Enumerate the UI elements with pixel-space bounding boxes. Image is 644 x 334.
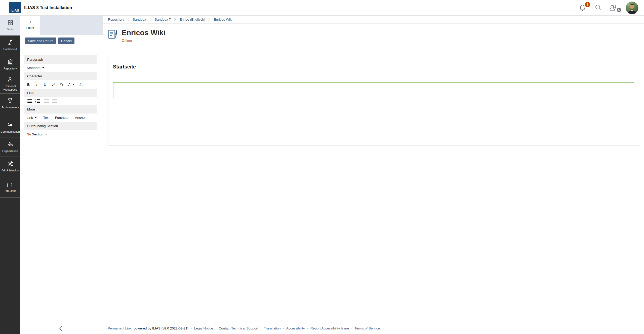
translation-link[interactable]: Translation <box>264 326 280 330</box>
chevron-right-icon <box>149 18 151 21</box>
sidebar-item-communication[interactable]: Communication <box>0 118 20 137</box>
rail-spacer <box>0 176 20 178</box>
search-button[interactable] <box>595 0 605 15</box>
editor-tab-row: Editor <box>20 15 103 35</box>
breadcrumb: Repository Sandbox Sandbox 7 Enrico (Eng… <box>103 15 644 24</box>
editor-actions: Save and Return Cancel <box>25 38 103 44</box>
sidebar-item-organisation[interactable]: Organisation <box>0 137 20 157</box>
sidebar-item-tools[interactable]: Tools <box>0 15 20 35</box>
people-icon <box>609 4 617 12</box>
person-icon <box>7 76 13 83</box>
wiki-icon <box>108 29 118 40</box>
link-dropdown[interactable]: Link <box>27 116 37 120</box>
superscript-button[interactable]: x2 <box>52 82 55 87</box>
top-bar: ILIAS ILIAS 8 Test Installation 2 6 <box>0 0 644 16</box>
awareness-button[interactable]: 6 <box>609 0 623 15</box>
anchor-button[interactable]: Anchor <box>75 116 86 120</box>
desk-lamp-icon <box>7 39 13 46</box>
sidebar-item-label: Communication <box>1 130 20 133</box>
outdent-button[interactable] <box>44 99 49 103</box>
italic-button[interactable]: I <box>35 83 38 87</box>
text-color-dropdown[interactable]: A <box>68 83 74 87</box>
chevron-right-icon <box>128 18 130 21</box>
report-accessibility-issue-link[interactable]: Report Accessibility Issue <box>310 326 349 330</box>
sidebar-item-label: Administration <box>2 169 19 172</box>
page-title-block: Enricos Wiki Offline <box>108 29 644 43</box>
paragraph-style-value: Standard <box>27 66 41 70</box>
svg-text:3: 3 <box>35 102 36 103</box>
chevron-right-icon <box>174 18 176 21</box>
tools-grid-icon <box>7 20 13 26</box>
chat-bubbles-icon <box>7 122 13 128</box>
breadcrumb-sandbox[interactable]: Sandbox <box>133 18 146 21</box>
brackets-icon: [ ] <box>7 183 13 187</box>
underline-button[interactable]: U <box>43 83 47 87</box>
bold-button[interactable]: B <box>27 83 30 87</box>
footer-separator: · <box>351 326 352 330</box>
cancel-button[interactable]: Cancel <box>58 38 74 44</box>
sidebar-item-dashboard[interactable]: Dashboard <box>0 35 20 55</box>
sidebar-item-label: Personal Workspace <box>1 85 20 91</box>
footer-separator: · <box>215 326 217 330</box>
editor-tool-sections: Paragraph Standard Character B I U x2 x2… <box>24 55 97 138</box>
accessibility-link[interactable]: Accessibility <box>286 326 305 330</box>
tab-editor[interactable]: Editor <box>20 15 40 35</box>
breadcrumb-repository[interactable]: Repository <box>108 18 124 21</box>
chevron-down-icon <box>45 134 47 135</box>
footer-separator: · <box>261 326 262 330</box>
trophy-icon <box>7 97 13 104</box>
remove-format-button[interactable]: Tx <box>79 82 83 87</box>
breadcrumb-sandbox-7[interactable]: Sandbox 7 <box>155 18 171 21</box>
sidebar-item-repository[interactable]: Repository <box>0 55 20 74</box>
wiki-page-panel: Startseite <box>107 56 640 145</box>
paragraph-style-dropdown[interactable]: Standard <box>27 66 44 70</box>
permanent-link[interactable]: Permanent Link <box>108 326 132 330</box>
powered-by-text: powered by ILIAS (v8.0 2023-03-31) <box>134 326 189 330</box>
terms-of-service-link[interactable]: Terms of Service <box>355 326 380 330</box>
sidebar-item-personal-workspace[interactable]: Personal Workspace <box>0 74 20 94</box>
wiki-page-heading: Startseite <box>113 64 640 70</box>
character-section-header: Character <box>24 72 97 80</box>
surrounding-section-header: Surrounding Section <box>24 122 97 130</box>
footnote-button[interactable]: Footnote <box>55 116 68 120</box>
breadcrumb-enricos-wiki[interactable]: Enricos Wiki <box>214 18 232 21</box>
sidebar-item-achievements[interactable]: Achievements <box>0 94 20 113</box>
notification-badge: 2 <box>585 2 590 7</box>
subscript-button[interactable]: x2 <box>60 82 63 87</box>
wrench-screwdriver-icon <box>7 161 13 167</box>
main-bar: Tools Dashboard Repository <box>0 15 20 334</box>
lists-section-header: Lists <box>24 89 97 97</box>
footer-separator: · <box>283 326 284 330</box>
breadcrumb-enrico-englisch[interactable]: Enrico (Englisch) <box>179 18 205 21</box>
status-offline: Offline <box>122 39 166 43</box>
sidebar-item-administration[interactable]: Administration <box>0 157 20 176</box>
chevron-right-icon <box>208 18 210 21</box>
user-avatar[interactable] <box>626 2 638 14</box>
legal-notice-link[interactable]: Legal Notice <box>194 326 213 330</box>
indent-button[interactable] <box>52 99 58 103</box>
notification-center-button[interactable]: 2 <box>579 0 591 15</box>
search-icon <box>595 4 602 11</box>
ilias-logo-text: ILIAS <box>11 9 19 12</box>
footer-separator: · <box>307 326 308 330</box>
numbered-list-button[interactable]: 123 <box>35 99 41 103</box>
ilias-logo[interactable]: ILIAS <box>9 2 21 13</box>
collapse-panel-button[interactable] <box>58 325 65 332</box>
bank-icon <box>7 59 13 65</box>
sidebar-item-label: Achievements <box>2 106 19 109</box>
surrounding-section-dropdown[interactable]: No Section <box>27 132 47 136</box>
chevron-down-icon <box>42 67 44 68</box>
avatar-photo <box>626 2 638 14</box>
bullet-list-button[interactable] <box>27 99 32 103</box>
save-and-return-button[interactable]: Save and Return <box>25 38 56 44</box>
tab-editor-label: Editor <box>26 26 34 30</box>
footer-separator: · <box>191 326 192 330</box>
sidebar-item-label: Top-Links <box>4 189 16 193</box>
online-users-badge: 6 <box>617 8 621 12</box>
chevron-down-icon <box>35 117 37 118</box>
sidebar-item-top-links[interactable]: [ ] Top-Links <box>0 178 20 198</box>
contact-support-link[interactable]: Contact Technical Support <box>219 326 258 330</box>
tex-button[interactable]: Tex <box>43 116 49 120</box>
chevron-left-icon <box>58 325 64 332</box>
page-editor-area[interactable] <box>113 82 634 98</box>
